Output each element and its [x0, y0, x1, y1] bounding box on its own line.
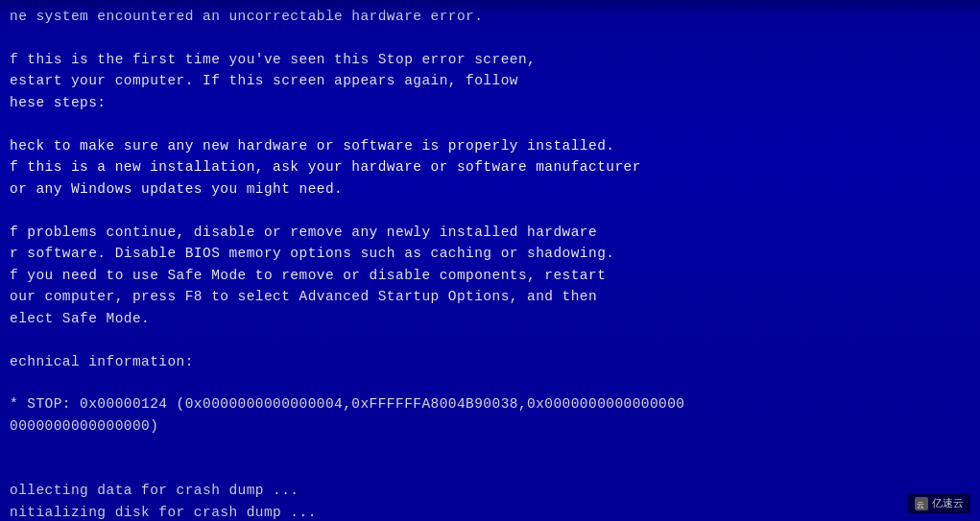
watermark-label: 亿速云 [932, 496, 964, 510]
bsod-text-content: ne system encountered an uncorrectable h… [0, 0, 980, 521]
bsod-screen: ne system encountered an uncorrectable h… [0, 0, 980, 521]
svg-text:云: 云 [917, 501, 924, 509]
watermark: 云 亿速云 [908, 493, 970, 513]
watermark-icon: 云 [915, 497, 928, 510]
